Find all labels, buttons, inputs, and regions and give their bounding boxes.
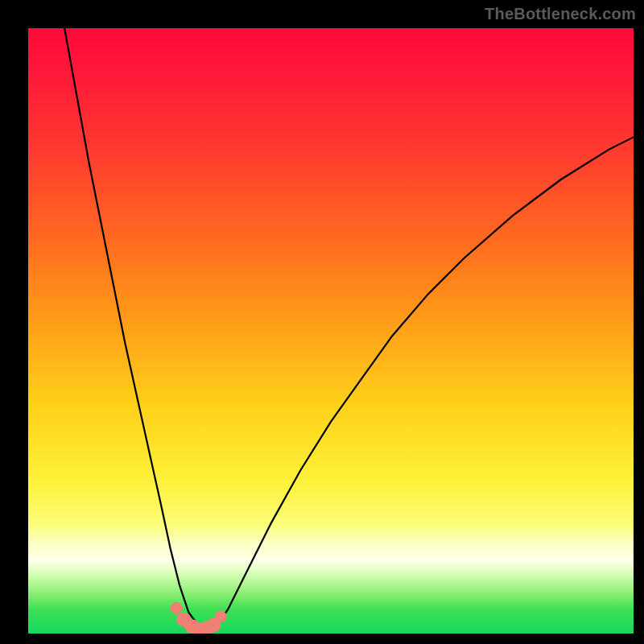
plot-area — [28, 28, 634, 634]
chart-frame: TheBottleneck.com — [0, 0, 644, 644]
bottleneck-curve-path — [64, 28, 634, 630]
valley-marker — [171, 602, 183, 614]
curve-layer — [28, 28, 634, 634]
valley-marker — [215, 610, 227, 622]
watermark-text: TheBottleneck.com — [485, 5, 636, 23]
valley-marker-group — [171, 602, 227, 634]
